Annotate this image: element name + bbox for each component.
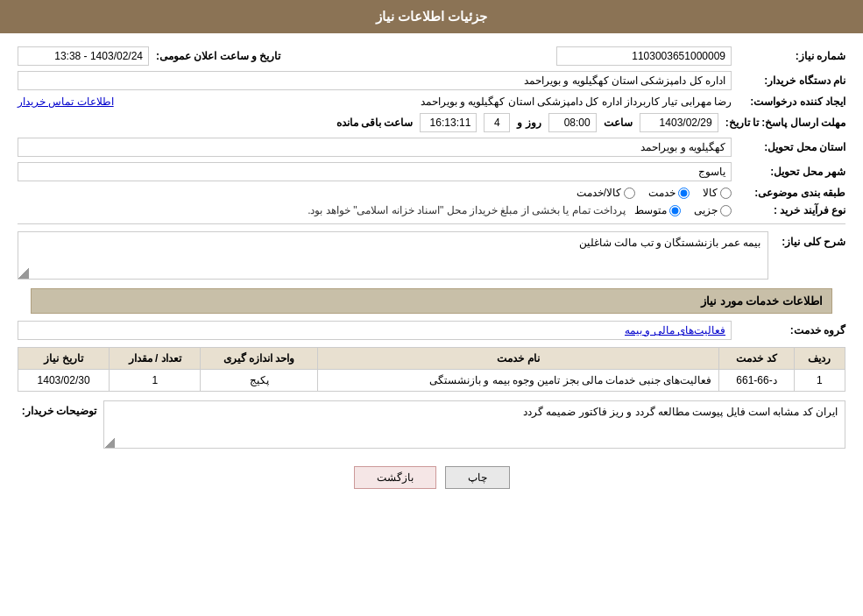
service-group-row: گروه خدمت: فعالیت‌های مالی و بیمه [18, 321, 845, 340]
buyer-org-content: اداره کل دامپزشکی استان کهگیلویه و بویرا… [18, 71, 732, 90]
content-area: شماره نیاز: 1103003651000009 تاریخ و ساع… [0, 46, 863, 489]
resize-handle [18, 268, 29, 279]
purchase-type-motavaset: متوسط [634, 204, 681, 216]
purchase-type-note: پرداخت تمام یا بخشی از مبلغ خریداز محل "… [308, 204, 626, 216]
category-label: طبقه بندی موضوعی: [732, 187, 845, 199]
purchase-type-jozi: جزیی [694, 204, 732, 216]
buyer-notes-wrapper: ایران کد مشابه است فایل پیوست مطالعه گرد… [103, 400, 845, 449]
buyer-org-row: نام دستگاه خریدار: اداره کل دامپزشکی است… [18, 71, 845, 90]
table-row: 1 د-66-661 فعالیت‌های جنبی خدمات مالی بج… [18, 370, 845, 392]
row-unit: پکیج [201, 370, 317, 392]
province-row: استان محل تحویل: کهگیلویه و بویراحمد [18, 138, 845, 157]
purchase-type-label-motavaset: متوسط [634, 204, 667, 216]
row-radif: 1 [794, 370, 845, 392]
need-number-row: شماره نیاز: 1103003651000009 تاریخ و ساع… [18, 46, 845, 66]
page-header: جزئیات اطلاعات نیاز [0, 0, 863, 33]
buyer-notes-container: ایران کد مشابه است فایل پیوست مطالعه گرد… [18, 400, 845, 449]
category-option-khedmat: خدمت [648, 187, 690, 199]
category-option-kala-khedmat: کالا/خدمت [577, 187, 635, 199]
city-value: یاسوج [18, 162, 732, 181]
deadline-content: 1403/02/29 ساعت 08:00 روز و 4 16:13:11 س… [18, 113, 718, 132]
contact-link[interactable]: اطلاعات تماس خریدار [18, 96, 114, 108]
need-description-wrapper: بیمه عمر بازنشستگان و تب مالت شاغلین [18, 231, 768, 280]
province-label: استان محل تحویل: [732, 141, 845, 153]
row-code: د-66-661 [719, 370, 795, 392]
need-number-label: شماره نیاز: [732, 50, 845, 62]
page-title: جزئیات اطلاعات نیاز [376, 9, 487, 24]
category-option-kala: کالا [703, 187, 732, 199]
creator-value: رضا مهرابی تیار کاربرداز اداره کل دامپزش… [421, 96, 732, 108]
purchase-type-radio-group: جزیی متوسط [634, 204, 732, 216]
deadline-remaining: 16:13:11 [420, 113, 477, 132]
services-section-header: اطلاعات خدمات مورد نیاز [31, 288, 832, 314]
announce-date-value: 1403/02/24 - 13:38 [18, 46, 149, 66]
deadline-row: مهلت ارسال پاسخ: تا تاریخ: 1403/02/29 سا… [18, 113, 845, 132]
print-button[interactable]: چاپ [445, 466, 510, 489]
creator-row: ایجاد کننده درخواست: رضا مهرابی تیار کار… [18, 96, 845, 108]
city-row: شهر محل تحویل: یاسوج [18, 162, 845, 181]
announce-date-label: تاریخ و ساعت اعلان عمومی: [156, 50, 280, 62]
service-group-content: فعالیت‌های مالی و بیمه [18, 321, 732, 340]
buyer-notes-box: ایران کد مشابه است فایل پیوست مطالعه گرد… [103, 400, 845, 449]
buyer-notes-resize-handle [104, 437, 115, 448]
need-number-value: 1103003651000009 [556, 46, 732, 66]
category-radio-group: کالا خدمت کالا/خدمت [18, 187, 732, 199]
category-label-kala-khedmat: کالا/خدمت [577, 187, 621, 199]
purchase-type-radio-jozi[interactable] [720, 205, 732, 216]
col-name: نام خدمت [317, 348, 718, 370]
buttons-row: چاپ بازگشت [18, 466, 845, 489]
row-date: 1403/02/30 [18, 370, 110, 392]
need-description-box: بیمه عمر بازنشستگان و تب مالت شاغلین [18, 231, 768, 280]
city-label: شهر محل تحویل: [732, 166, 845, 178]
category-label-kala: کالا [703, 187, 718, 199]
services-table: ردیف کد خدمت نام خدمت واحد اندازه گیری ت… [18, 347, 845, 392]
purchase-type-label-jozi: جزیی [694, 204, 718, 216]
creator-label: ایجاد کننده درخواست: [732, 96, 845, 108]
services-section-title: اطلاعات خدمات مورد نیاز [701, 294, 823, 308]
col-radif: ردیف [794, 348, 845, 370]
need-description-container: شرح کلی نیاز: بیمه عمر بازنشستگان و تب م… [18, 231, 845, 280]
buyer-notes-value: ایران کد مشابه است فایل پیوست مطالعه گرد… [523, 406, 838, 418]
services-table-header-row: ردیف کد خدمت نام خدمت واحد اندازه گیری ت… [18, 348, 845, 370]
row-name: فعالیت‌های جنبی خدمات مالی بجز تامین وجو… [317, 370, 718, 392]
deadline-days: 4 [484, 113, 510, 132]
category-content: کالا خدمت کالا/خدمت [18, 187, 732, 199]
province-value: کهگیلویه و بویراحمد [18, 138, 732, 157]
creator-content: رضا مهرابی تیار کاربرداز اداره کل دامپزش… [18, 96, 732, 108]
city-content: یاسوج [18, 162, 732, 181]
purchase-type-content: جزیی متوسط پرداخت تمام یا بخشی از مبلغ خ… [18, 204, 732, 216]
need-number-content: 1103003651000009 تاریخ و ساعت اعلان عموم… [18, 46, 732, 66]
province-content: کهگیلویه و بویراحمد [18, 138, 732, 157]
category-radio-kala-khedmat[interactable] [624, 188, 635, 199]
deadline-date: 1403/02/29 [640, 113, 718, 132]
need-description-label: شرح کلی نیاز: [775, 231, 845, 248]
category-row: طبقه بندی موضوعی: کالا خدمت کالا/خدمت [18, 187, 845, 199]
page-wrapper: جزئیات اطلاعات نیاز شماره نیاز: 11030036… [0, 0, 863, 616]
back-button[interactable]: بازگشت [354, 466, 436, 489]
divider-1 [18, 223, 845, 224]
col-unit: واحد اندازه گیری [201, 348, 317, 370]
purchase-type-label: نوع فرآیند خرید : [732, 204, 845, 216]
deadline-time: 08:00 [548, 113, 597, 132]
service-group-value[interactable]: فعالیت‌های مالی و بیمه [18, 321, 732, 340]
deadline-time-label: ساعت [604, 117, 633, 129]
col-code: کد خدمت [719, 348, 795, 370]
category-label-khedmat: خدمت [648, 187, 676, 199]
need-description-value: بیمه عمر بازنشستگان و تب مالت شاغلین [579, 237, 760, 249]
deadline-day-label: روز و [517, 117, 541, 129]
buyer-org-value: اداره کل دامپزشکی استان کهگیلویه و بویرا… [18, 71, 732, 90]
deadline-label: مهلت ارسال پاسخ: تا تاریخ: [718, 117, 845, 129]
deadline-remaining-label: ساعت باقی مانده [336, 117, 414, 129]
category-radio-khedmat[interactable] [678, 188, 690, 199]
col-date: تاریخ نیاز [18, 348, 110, 370]
service-group-label: گروه خدمت: [732, 324, 845, 336]
purchase-type-radio-motavaset[interactable] [669, 205, 681, 216]
purchase-type-row: نوع فرآیند خرید : جزیی متوسط پرداخت تمام… [18, 204, 845, 216]
buyer-notes-label: توضیحات خریدار: [18, 400, 96, 417]
col-count: تعداد / مقدار [110, 348, 201, 370]
row-count: 1 [110, 370, 201, 392]
category-radio-kala[interactable] [720, 188, 732, 199]
buyer-org-label: نام دستگاه خریدار: [732, 74, 845, 87]
